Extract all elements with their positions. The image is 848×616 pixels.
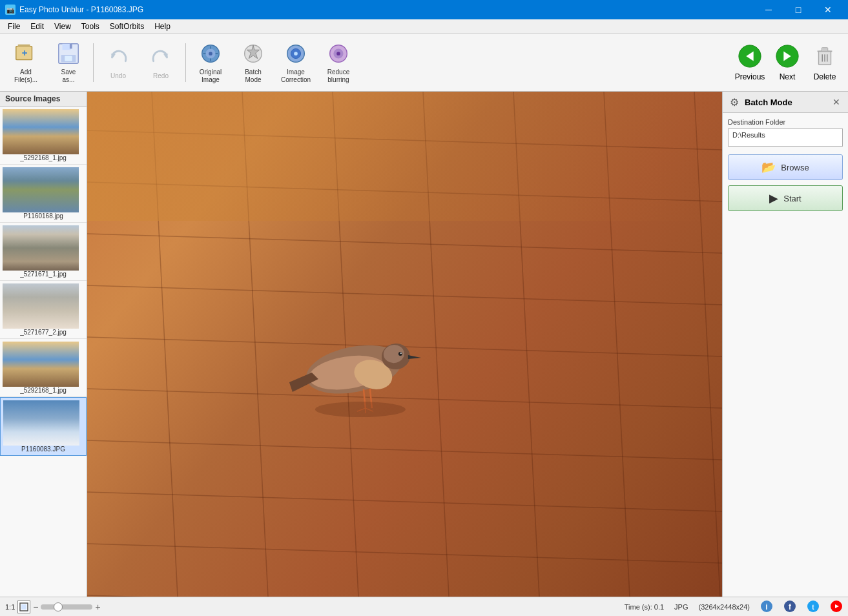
- separator-1: [93, 43, 94, 82]
- add-files-icon: [13, 41, 39, 67]
- window-title: Easy Photo Unblur - P1160083.JPG: [19, 5, 143, 14]
- browse-label: Browse: [781, 163, 809, 172]
- menu-edit[interactable]: Edit: [25, 19, 49, 33]
- redo-button[interactable]: Redo: [140, 37, 181, 88]
- minimize-button[interactable]: ─: [754, 0, 783, 19]
- toolbox-title: Batch Mode: [745, 98, 792, 107]
- separator-2: [185, 43, 186, 82]
- add-files-button[interactable]: AddFile(s)...: [5, 37, 47, 88]
- title-left: 📷 Easy Photo Unblur - P1160083.JPG: [5, 5, 143, 15]
- reduce-blurring-button[interactable]: Reduceblurring: [318, 37, 359, 88]
- delete-icon: [812, 44, 837, 70]
- destination-folder-value[interactable]: D:\Results: [728, 128, 843, 147]
- image-correction-icon: [283, 41, 309, 67]
- image-canvas[interactable]: [87, 92, 722, 597]
- zoom-controls: 1:1 − +: [5, 601, 101, 613]
- list-item[interactable]: _5271671_1.jpg: [0, 223, 87, 281]
- close-button[interactable]: ✕: [813, 0, 843, 19]
- svg-point-13: [209, 52, 212, 56]
- svg-text:i: i: [765, 602, 767, 611]
- batch-mode-icon: [240, 41, 266, 67]
- thumbnail-boat: [3, 167, 79, 212]
- previous-button[interactable]: Previous: [732, 37, 768, 88]
- redo-label: Redo: [153, 72, 169, 80]
- svg-rect-8: [65, 56, 72, 61]
- item-label-selected: P1160083.JPG: [3, 446, 83, 453]
- save-as-label: Saveas...: [61, 68, 76, 84]
- zoom-level: 1:1: [5, 603, 15, 611]
- svg-rect-27: [822, 47, 828, 51]
- titlebar: 📷 Easy Photo Unblur - P1160083.JPG ─ □ ✕: [0, 0, 848, 19]
- batch-mode-button[interactable]: BatchMode: [233, 37, 274, 88]
- svg-point-17: [294, 52, 298, 56]
- item-label: P1160168.jpg: [3, 212, 84, 220]
- menu-help[interactable]: Help: [149, 19, 176, 33]
- save-as-button[interactable]: Saveas...: [48, 37, 89, 88]
- info-icon[interactable]: i: [760, 600, 773, 614]
- twitter-icon[interactable]: t: [807, 600, 820, 614]
- menu-file[interactable]: File: [3, 19, 25, 33]
- toolbar: AddFile(s)... Saveas... Undo: [0, 34, 848, 92]
- svg-rect-1: [18, 45, 30, 47]
- zoom-thumb: [54, 602, 63, 611]
- zoom-slider[interactable]: [41, 604, 92, 610]
- status-right: Time (s): 0.1 JPG (3264x2448x24) i f t: [625, 600, 843, 614]
- destination-folder-label: Destination Folder: [728, 118, 843, 126]
- main-canvas: [87, 92, 722, 597]
- previous-icon: [738, 44, 762, 70]
- gear-icon: ⚙: [728, 96, 741, 108]
- window-controls: ─ □ ✕: [754, 0, 843, 19]
- item-label: _5271671_1.jpg: [3, 271, 84, 278]
- svg-point-20: [336, 52, 340, 56]
- undo-label: Undo: [110, 72, 126, 80]
- undo-button[interactable]: Undo: [98, 37, 139, 88]
- add-files-label: AddFile(s)...: [14, 68, 37, 84]
- menu-softorbits[interactable]: SoftOrbits: [105, 19, 149, 33]
- image-correction-label: ImageCorrection: [281, 68, 311, 84]
- source-panel-title: Source Images: [0, 92, 87, 107]
- statusbar: 1:1 − + Time (s): 0.1 JPG (3264x2448x24)…: [0, 597, 848, 616]
- toolbox-panel: ⚙ Batch Mode ✕ Destination Folder D:\Res…: [722, 92, 848, 597]
- start-button[interactable]: ▶ Start: [728, 185, 843, 211]
- list-item[interactable]: _5292168_1.jpg: [0, 107, 87, 165]
- maximize-button[interactable]: □: [783, 0, 813, 19]
- toolbox-close-button[interactable]: ✕: [830, 96, 843, 108]
- reduce-blurring-icon: [326, 41, 351, 67]
- save-as-icon: [56, 41, 81, 67]
- thumbnail-street: [3, 225, 79, 271]
- list-item[interactable]: P1160168.jpg: [0, 165, 87, 223]
- list-item-selected[interactable]: P1160083.JPG: [0, 397, 87, 456]
- menu-view[interactable]: View: [49, 19, 76, 33]
- batch-mode-label: BatchMode: [245, 68, 262, 84]
- facebook-icon[interactable]: f: [783, 600, 796, 614]
- thumbnail-building: [3, 283, 79, 329]
- next-icon: [775, 44, 800, 70]
- original-image-icon: [198, 41, 223, 67]
- main-area: Source Images _5292168_1.jpg P1160168.jp…: [0, 92, 848, 597]
- item-label: _5292168_1.jpg: [3, 154, 84, 161]
- next-button[interactable]: Next: [769, 37, 805, 88]
- redo-icon: [148, 45, 174, 70]
- item-label: _5271677_2.jpg: [3, 329, 84, 336]
- browse-button[interactable]: 📂 Browse: [728, 154, 843, 180]
- list-item[interactable]: _5271677_2.jpg: [0, 281, 87, 339]
- zoom-minus-icon: −: [33, 602, 38, 612]
- original-image-label: OriginalImage: [200, 68, 222, 84]
- fit-view-button[interactable]: [17, 601, 30, 613]
- menu-tools[interactable]: Tools: [76, 19, 105, 33]
- toolbox-title-row: ⚙ Batch Mode: [728, 96, 792, 108]
- zoom-plus-icon: +: [95, 602, 100, 612]
- list-item[interactable]: _5292168_1.jpg: [0, 339, 87, 397]
- previous-label: Previous: [735, 72, 765, 81]
- play-icon: ▶: [769, 191, 778, 205]
- image-correction-button[interactable]: ImageCorrection: [275, 37, 316, 88]
- dimensions-status: (3264x2448x24): [698, 603, 750, 611]
- delete-button[interactable]: Delete: [807, 37, 843, 88]
- delete-label: Delete: [814, 72, 836, 81]
- svg-rect-5: [63, 44, 71, 50]
- original-image-button[interactable]: OriginalImage: [190, 37, 231, 88]
- youtube-icon[interactable]: [830, 600, 843, 614]
- thumbnail-racing-2: [3, 342, 79, 387]
- menubar: File Edit View Tools SoftOrbits Help: [0, 19, 848, 34]
- svg-rect-32: [21, 604, 26, 610]
